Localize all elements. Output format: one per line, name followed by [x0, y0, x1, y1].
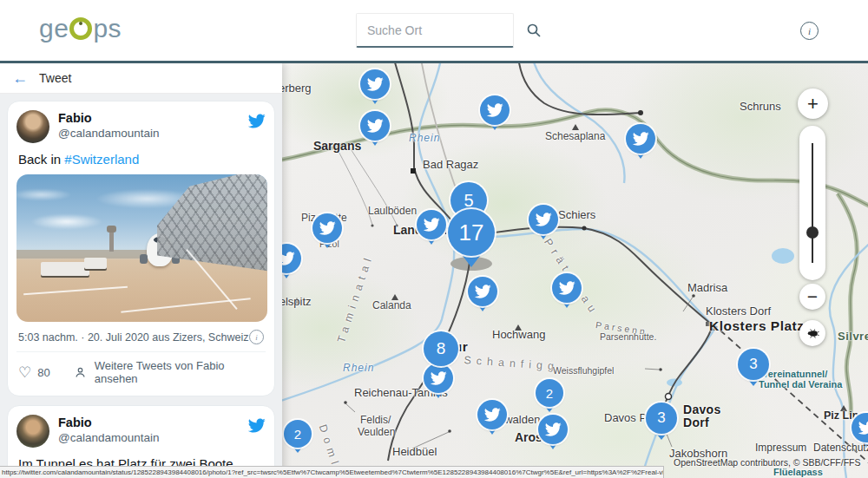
photo-control-tower	[109, 231, 114, 252]
photo-vehicle	[84, 258, 107, 269]
app-header: geps i	[0, 0, 868, 63]
search-icon[interactable]	[526, 23, 542, 38]
fly-button[interactable]	[799, 320, 825, 346]
search-box	[356, 13, 514, 48]
map-canvas[interactable]: erbergSargansRheinBad RagazSchesaplanaSc…	[282, 63, 868, 478]
zoom-out-button[interactable]: −	[799, 284, 825, 310]
like-count[interactable]: 80	[37, 366, 49, 379]
tweet-marker[interactable]	[538, 415, 568, 444]
tweet-marker[interactable]	[312, 213, 342, 243]
cluster-marker[interactable]: 3	[738, 349, 769, 380]
avatar[interactable]	[16, 110, 49, 143]
tweet-marker[interactable]	[282, 244, 301, 273]
tweet-marker[interactable]	[468, 277, 497, 306]
tweet-marker[interactable]	[852, 413, 868, 442]
more-tweets-link[interactable]: Weitere Tweets von Fabio ansehen	[95, 359, 264, 385]
photo-vehicle	[41, 262, 89, 276]
tweet-card: Fabio @calandamountain Back in #Switzerl…	[7, 101, 275, 396]
tweet-marker[interactable]	[552, 273, 582, 303]
tweet-timestamp: 5:03 nachm. · 20. Juli 2020 aus Zizers, …	[18, 331, 248, 344]
tweet-marker[interactable]	[480, 95, 510, 125]
heart-icon[interactable]: ♡	[18, 365, 31, 380]
tweet-author-handle[interactable]: @calandamountain	[58, 126, 247, 141]
cluster-marker[interactable]: 2	[284, 420, 312, 448]
zoom-slider-track	[812, 143, 813, 263]
tweet-panel: ← Tweet Fabio @calandamountain Back in #…	[0, 63, 282, 478]
photo-tarmac-line	[121, 298, 250, 313]
back-arrow-icon[interactable]: ←	[12, 70, 28, 86]
info-icon[interactable]: i	[800, 22, 819, 40]
cluster-marker[interactable]: 3	[646, 403, 677, 434]
twitter-bird-icon[interactable]	[247, 416, 266, 438]
tweet-author-handle[interactable]: @calandamountain	[58, 430, 247, 446]
tweet-panel-header: ← Tweet	[0, 63, 282, 94]
info-circle-icon[interactable]: i	[249, 330, 264, 344]
logo-o-icon	[69, 17, 92, 40]
zoom-slider[interactable]	[799, 126, 825, 280]
tweet-author-name[interactable]: Fabio	[58, 110, 247, 126]
datenschutz-link[interactable]: Datenschutz	[813, 442, 868, 454]
zoom-in-button[interactable]: +	[798, 88, 828, 119]
tweet-hashtag-link[interactable]: #Switzerland	[64, 152, 139, 167]
tweet-text: Back in	[18, 152, 64, 167]
search-input[interactable]	[365, 23, 526, 38]
impressum-link[interactable]: Impressum	[755, 442, 806, 454]
map-attribution: OpenStreetMap contributors, © SBB/CFF/FF…	[674, 458, 860, 468]
tweet-marker[interactable]	[626, 124, 655, 154]
cluster-marker[interactable]: 2	[536, 379, 563, 407]
tweet-photo[interactable]	[16, 174, 267, 322]
logo-text-right: ps	[93, 14, 122, 43]
tweet-marker[interactable]	[360, 111, 390, 141]
photo-tarmac-line	[23, 286, 128, 295]
avatar[interactable]	[16, 415, 49, 448]
status-bar-url: https://twitter.com/calandamountain/stat…	[0, 466, 664, 478]
logo-text-left: ge	[39, 14, 69, 43]
twitter-bird-icon[interactable]	[247, 112, 266, 134]
person-icon	[73, 365, 88, 380]
tweet-marker[interactable]	[529, 205, 558, 234]
tweet-marker[interactable]	[360, 69, 390, 99]
cluster-marker[interactable]: 17	[448, 209, 495, 256]
panel-title: Tweet	[39, 71, 71, 85]
cluster-marker[interactable]: 8	[424, 331, 458, 366]
tweet-marker[interactable]	[477, 400, 507, 429]
zoom-slider-knob[interactable]	[806, 226, 819, 239]
tweet-author-name[interactable]: Fabio	[58, 415, 247, 430]
fly-icon	[806, 326, 820, 341]
tweet-marker[interactable]	[424, 363, 453, 393]
tweet-marker[interactable]	[417, 210, 446, 239]
geops-logo[interactable]: geps	[39, 14, 122, 43]
